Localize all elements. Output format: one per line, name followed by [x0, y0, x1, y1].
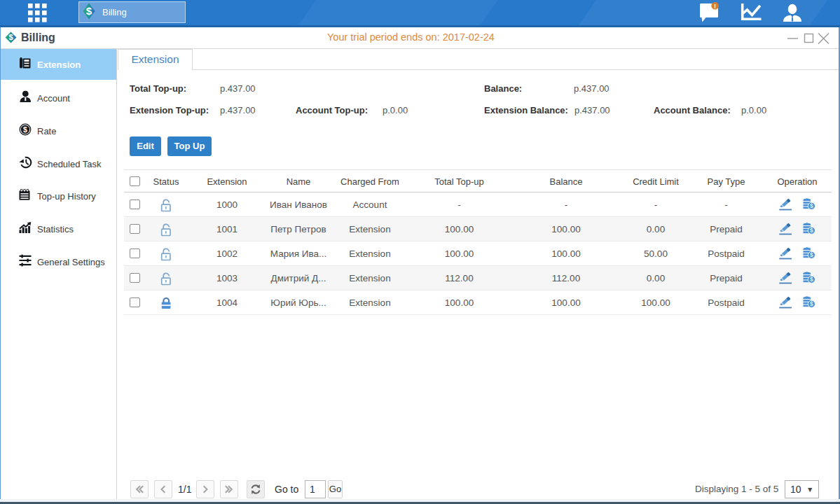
svg-text:!: !	[714, 3, 716, 10]
svg-text:$: $	[810, 227, 813, 234]
svg-text:$: $	[810, 276, 813, 283]
svg-text:$: $	[810, 251, 813, 258]
svg-text:$: $	[810, 202, 813, 209]
svg-text:$: $	[8, 33, 13, 41]
svg-text:$: $	[86, 5, 92, 17]
svg-text:$: $	[23, 125, 27, 133]
svg-text:$: $	[810, 300, 813, 307]
